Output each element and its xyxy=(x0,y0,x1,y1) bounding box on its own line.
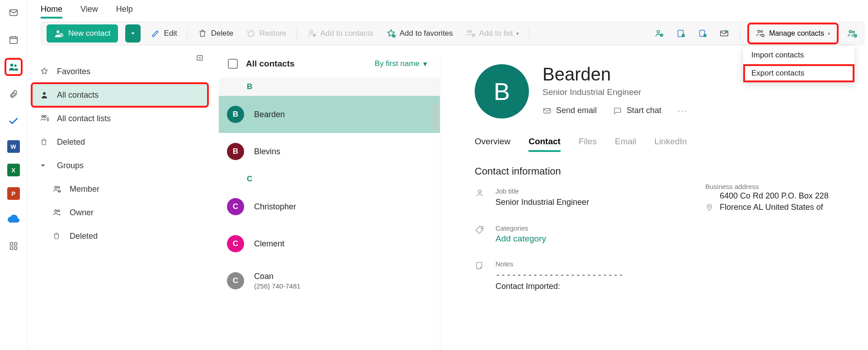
folder-groups-member[interactable]: Member xyxy=(32,177,208,201)
svg-point-14 xyxy=(470,30,472,32)
svg-point-34 xyxy=(58,186,60,188)
ribbon-icon-overflow[interactable] xyxy=(846,27,859,40)
app-rail: W X P xyxy=(0,0,27,350)
start-chat-button[interactable]: Start chat xyxy=(613,106,661,115)
contact-row[interactable]: B Blevins xyxy=(219,133,440,170)
new-contact-dropdown[interactable] xyxy=(125,24,141,43)
svg-rect-18 xyxy=(678,30,684,37)
note-icon xyxy=(475,260,486,292)
folder-deleted[interactable]: Deleted xyxy=(32,130,208,154)
contact-row[interactable]: C Christopher xyxy=(219,188,440,225)
ribbon-icon-1[interactable] xyxy=(653,27,665,40)
add-to-contacts-button: Add to contacts xyxy=(304,27,376,40)
manage-contacts-dropdown: Import contacts Export contacts xyxy=(743,46,854,82)
send-email-button[interactable]: Send email xyxy=(542,106,597,115)
contact-name: Christopher xyxy=(254,202,296,212)
menu-home[interactable]: Home xyxy=(41,5,62,19)
new-contact-label: New contact xyxy=(68,29,111,38)
contact-name: Coan xyxy=(254,272,301,281)
add-category-link[interactable]: Add category xyxy=(495,234,841,244)
detail-actions: Send email Start chat ··· xyxy=(542,105,841,116)
pencil-icon xyxy=(151,28,160,38)
manage-contacts-label: Manage contacts xyxy=(769,29,824,38)
sort-button[interactable]: By first name ▾ xyxy=(375,59,427,69)
folder-groups[interactable]: Groups xyxy=(32,154,208,177)
scrollbar[interactable] xyxy=(434,103,438,130)
delete-button[interactable]: Delete xyxy=(195,27,236,40)
tab-linkedin[interactable]: LinkedIn xyxy=(655,137,687,152)
start-chat-label: Start chat xyxy=(627,106,661,115)
trash-icon xyxy=(198,28,208,38)
tab-email[interactable]: Email xyxy=(615,137,637,152)
svg-point-39 xyxy=(478,190,481,193)
svg-point-30 xyxy=(43,92,46,95)
rail-todo-icon[interactable] xyxy=(5,113,22,129)
add-to-list-label: Add to list xyxy=(479,29,513,38)
rail-apps-icon[interactable] xyxy=(5,238,22,254)
tab-contact[interactable]: Contact xyxy=(528,137,561,152)
rail-attach-icon[interactable] xyxy=(5,86,22,102)
separator xyxy=(529,27,529,40)
rail-mail-icon[interactable] xyxy=(5,5,22,21)
avatar: B xyxy=(227,106,244,123)
rail-word-icon[interactable]: W xyxy=(7,140,20,153)
tab-files[interactable]: Files xyxy=(579,137,597,152)
separator xyxy=(740,27,740,40)
dock-icon[interactable] xyxy=(196,54,203,61)
new-contact-button[interactable]: New contact xyxy=(47,24,118,43)
person-add-icon xyxy=(54,28,64,38)
contact-list-scroll[interactable]: B B Bearden B Blevins C C Christopher C … xyxy=(219,78,440,350)
detail-job: Senior Industrial Engineer xyxy=(542,87,841,97)
folder-groups-deleted[interactable]: Deleted xyxy=(32,224,208,248)
section-contact-info: Contact information xyxy=(475,166,841,177)
member-icon xyxy=(52,184,62,194)
avatar: B xyxy=(227,143,244,160)
chevron-down-icon xyxy=(40,162,50,169)
folder-all-contacts[interactable]: All contacts xyxy=(32,83,208,107)
chevron-down-icon: ▾ xyxy=(423,59,427,69)
folder-favorites[interactable]: Favorites xyxy=(32,60,208,83)
contact-row[interactable]: C Coan (256) 740-7481 xyxy=(219,262,440,299)
categories-label: Categories xyxy=(495,224,841,232)
dropdown-import-contacts[interactable]: Import contacts xyxy=(743,46,854,64)
dropdown-export-contacts[interactable]: Export contacts xyxy=(743,64,854,82)
more-actions-button[interactable]: ··· xyxy=(678,105,688,116)
add-to-favorites-button[interactable]: Add to favorites xyxy=(383,27,456,40)
folder-groups-owner[interactable]: Owner xyxy=(32,201,208,224)
add-to-favorites-label: Add to favorites xyxy=(400,29,453,38)
select-all-checkbox[interactable] xyxy=(228,59,238,69)
info-address: Business address 6400 Co Rd 200 P.O. Box… xyxy=(705,183,841,213)
contact-list-header: All contacts By first name ▾ xyxy=(219,53,440,78)
ribbon-icon-4[interactable] xyxy=(718,27,731,40)
svg-point-13 xyxy=(467,30,469,32)
ribbon-icon-2[interactable] xyxy=(675,27,687,40)
contact-row[interactable]: B Bearden xyxy=(219,96,440,133)
contact-row[interactable]: C Clement xyxy=(219,225,440,262)
rail-excel-icon[interactable]: X xyxy=(7,164,20,176)
ribbon-icon-3[interactable] xyxy=(696,27,709,40)
svg-point-23 xyxy=(758,30,760,33)
menu-view[interactable]: View xyxy=(80,5,98,19)
folder-favorites-label: Favorites xyxy=(57,67,90,76)
chat-icon xyxy=(613,106,622,115)
rail-onedrive-icon[interactable] xyxy=(5,211,22,227)
info-notes: Notes ------------------------ Contact I… xyxy=(475,260,841,292)
menu-help[interactable]: Help xyxy=(116,5,133,19)
notes-label: Notes xyxy=(495,260,841,268)
info-categories: Categories Add category xyxy=(475,224,841,244)
tab-overview[interactable]: Overview xyxy=(475,137,510,152)
svg-point-16 xyxy=(657,31,660,33)
folder-all-contact-lists-label: All contact lists xyxy=(57,114,111,123)
detail-tabs: Overview Contact Files Email LinkedIn xyxy=(475,137,841,152)
send-email-label: Send email xyxy=(556,106,597,115)
edit-button[interactable]: Edit xyxy=(148,27,180,40)
folder-all-contact-lists[interactable]: All contact lists xyxy=(32,107,208,130)
svg-point-36 xyxy=(55,210,57,212)
svg-point-24 xyxy=(761,30,763,32)
svg-rect-22 xyxy=(721,31,728,36)
rail-powerpoint-icon[interactable]: P xyxy=(7,187,20,200)
rail-people-icon[interactable] xyxy=(5,59,22,75)
rail-calendar-icon[interactable] xyxy=(5,32,22,48)
manage-contacts-button[interactable]: Manage contacts ▾ xyxy=(749,24,837,43)
svg-point-40 xyxy=(481,228,482,229)
